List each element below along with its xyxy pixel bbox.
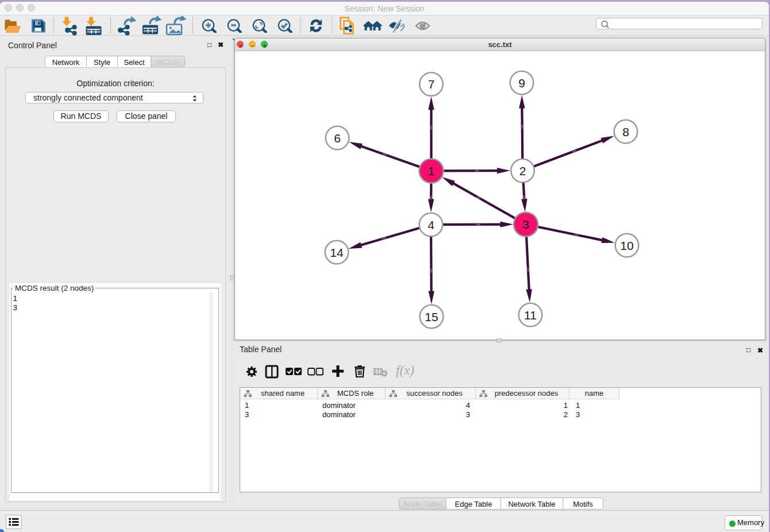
svg-text:14: 14	[330, 246, 344, 259]
svg-text:10: 10	[620, 239, 633, 252]
svg-text:6: 6	[334, 132, 341, 145]
svg-text:9: 9	[518, 76, 525, 90]
svg-text:2: 2	[519, 164, 526, 178]
svg-text:11: 11	[524, 309, 537, 322]
svg-text:15: 15	[425, 310, 438, 323]
svg-text:4: 4	[428, 218, 434, 232]
svg-text:1: 1	[428, 164, 435, 178]
svg-text:8: 8	[622, 125, 629, 138]
svg-text:7: 7	[428, 78, 435, 91]
svg-text:3: 3	[522, 218, 529, 231]
